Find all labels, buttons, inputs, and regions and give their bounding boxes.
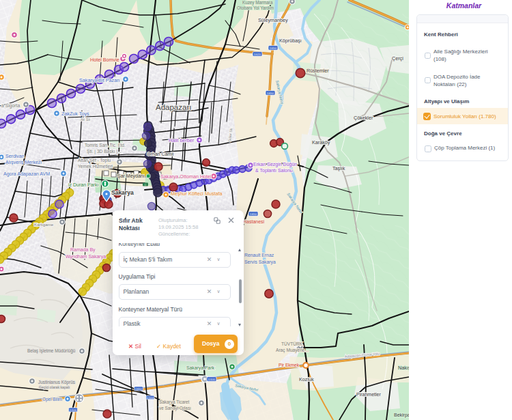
svg-text:D100: D100 (208, 378, 216, 381)
svg-text:Opel Bilim: Opel Bilim (42, 397, 62, 402)
svg-text:Belaş İşletme Müdürlüğü: Belaş İşletme Müdürlüğü (27, 348, 76, 354)
svg-text:Serdivan: Serdivan (5, 154, 25, 158)
svg-text:Çerçi: Çerçi (392, 55, 403, 61)
svg-text:Pir Ekmek: Pir Ekmek (279, 363, 300, 367)
svg-text:TÜVTÜRK: TÜVTÜRK (281, 341, 303, 346)
svg-text:Pirahmetler: Pirahmetler (356, 392, 381, 397)
svg-text:Sakarya Ticaret: Sakarya Ticaret (159, 400, 190, 405)
svg-text:Şti. | 3D Baskı |...: Şti. | 3D Baskı |... (87, 149, 122, 154)
svg-text:Sakarya Bit Pazarı: Sakarya Bit Pazarı (79, 77, 120, 83)
svg-text:Karaköy: Karaköy (312, 139, 330, 145)
svg-text:Kozluk: Kozluk (299, 376, 314, 382)
svg-text:Köprübaşı: Köprübaşı (279, 38, 302, 44)
svg-text:iz Duran Parkı: iz Duran Parkı (68, 182, 98, 187)
svg-text:Justinianus Köprüs: Justinianus Köprüs (38, 380, 75, 385)
svg-text:Araç Muayene...: Araç Muayene... (276, 348, 309, 353)
svg-text:Nakış: Nakış (398, 365, 409, 371)
svg-text:Wyndham Sakarya: Wyndham Sakarya (66, 254, 106, 260)
svg-text:Kuzey Marmara: Kuzey Marmara (242, 0, 273, 5)
svg-text:Orhan Camii: Orhan Camii (147, 152, 174, 156)
svg-text:Rüstemler: Rüstemler (307, 68, 329, 74)
svg-text:Taşlık: Taşlık (332, 165, 345, 171)
svg-text:Şar Meydanı: Şar Meydanı (117, 173, 145, 179)
svg-text:Hastanesi: Hastanesi (243, 219, 265, 224)
svg-text:Adapazarı: Adapazarı (156, 103, 191, 111)
svg-text:Sakarya: Sakarya (111, 189, 134, 196)
svg-text:Çökekler: Çökekler (354, 115, 373, 121)
svg-text:Geçici olarak kapalı: Geçici olarak kapalı (39, 385, 70, 389)
svg-text:ve Sanayi Odası: ve Sanayi Odası (159, 406, 191, 411)
svg-text:Bekirpaşa: Bekirpaşa (394, 412, 409, 418)
svg-text:D650: D650 (135, 387, 143, 391)
svg-text:Erkan Sezgin Düğün: Erkan Sezgin Düğün (253, 162, 297, 167)
svg-text:D020: D020 (254, 53, 261, 56)
svg-text:& Toplantı Salonu: & Toplantı Salonu (255, 168, 293, 173)
svg-text:Yemek Hizmetleri: Yemek Hizmetleri (78, 164, 113, 169)
svg-text:Karlıgame: Karlıgame (34, 222, 54, 227)
svg-text:D100: D100 (147, 396, 154, 400)
svg-text:Halit berber: Halit berber (169, 137, 195, 143)
svg-text:ZakZuk Toys: ZakZuk Toys (61, 111, 89, 117)
svg-text:Sakarya Park: Sakarya Park (186, 365, 214, 371)
svg-text:Tomris San. Tic. Ltd.: Tomris San. Tic. Ltd. (85, 143, 126, 148)
svg-text:Otobanı Yol Yardım: Otobanı Yol Yardım (237, 5, 274, 10)
svg-text:Ramada By: Ramada By (70, 247, 96, 253)
svg-text:a Sigorta: a Sigorta (1, 103, 20, 109)
svg-text:D100: D100 (70, 408, 77, 412)
svg-text:Servis Sakarya: Servis Sakarya (244, 260, 276, 265)
svg-text:Süleymanbey: Süleymanbey (258, 17, 288, 23)
svg-text:Meşhur Köfteci Mustafa: Meşhur Köfteci Mustafa (171, 191, 223, 197)
svg-text:Altan Şef - Toplu: Altan Şef - Toplu (78, 158, 111, 163)
svg-text:Hotel Bomvie: Hotel Bomvie (90, 57, 119, 63)
svg-text:D650: D650 (270, 46, 277, 50)
svg-text:Renault Ernaz: Renault Ernaz (244, 253, 274, 257)
svg-text:Sakarya Ottoman Hotel: Sakarya Ottoman Hotel (160, 173, 212, 180)
svg-text:Alışveriş Merkezi: Alışveriş Merkezi (5, 160, 42, 165)
svg-text:D650: D650 (250, 212, 257, 216)
svg-text:Agora Adapazan AVM: Agora Adapazan AVM (3, 171, 50, 177)
svg-text:Ak Sk: Ak Sk (80, 117, 90, 122)
svg-text:D650: D650 (267, 92, 274, 95)
